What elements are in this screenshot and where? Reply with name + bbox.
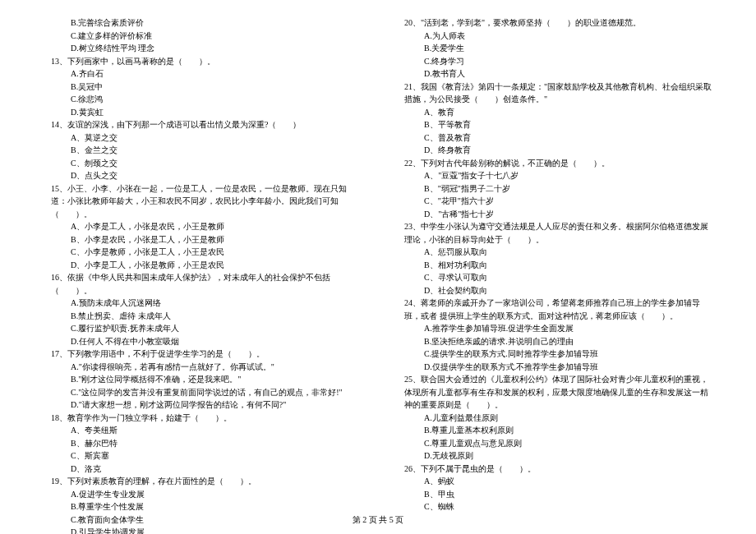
answer-option: B."刚才这位同学概括得不准确，还是我来吧。" bbox=[41, 373, 362, 386]
answer-option: D、终身教育 bbox=[394, 144, 715, 157]
page-footer: 第 2 页 共 5 页 bbox=[0, 514, 756, 526]
answer-option: C.徐悲鸿 bbox=[41, 93, 362, 106]
answer-option: B.吴冠中 bbox=[41, 81, 362, 94]
answer-option: B、金兰之交 bbox=[41, 144, 362, 157]
question-text: 18、教育学作为一门独立学科，始建于（ ）。 bbox=[41, 412, 362, 425]
answer-option: C、刎颈之交 bbox=[41, 157, 362, 170]
question-text: 13、下列画家中，以画马著称的是（ ）。 bbox=[41, 55, 362, 68]
answer-option: A.预防未成年人沉迷网络 bbox=[41, 297, 362, 310]
answer-option: B.完善综合素质评价 bbox=[41, 16, 362, 30]
answer-option: A.为人师表 bbox=[394, 30, 715, 43]
answer-option: D、"古稀"指七十岁 bbox=[394, 208, 715, 221]
answer-option: C."这位同学的发言并没有重复前面同学说过的话，有自己的观点，非常好!" bbox=[41, 386, 362, 399]
question-text: 16、依据《中华人民共和国未成年人保护法》，对未成年人的社会保护不包括（ ）。 bbox=[41, 271, 362, 297]
answer-option: D.仅提供学生的联系方式.不推荐学生参加辅导班 bbox=[394, 361, 715, 374]
answer-option: B、小李是农民，小张是工人，小王是教师 bbox=[41, 233, 362, 246]
answer-option: B.坚决拒绝亲戚的请求.并说明自己的理由 bbox=[394, 335, 715, 348]
question-text: 21、我国《教育法》第四十一条规定："国家鼓励学校及其他教育机构、社会组织采取措… bbox=[394, 81, 715, 106]
answer-option: B、赫尔巴特 bbox=[41, 437, 362, 450]
question-text: 24、蒋老师的亲戚开办了一家培训公司，希望蒋老师推荐自己班上的学生参加辅导班，或… bbox=[394, 297, 715, 322]
answer-option: D、点头之交 bbox=[41, 169, 362, 182]
answer-option: C、普及教育 bbox=[394, 131, 715, 145]
question-text: 20、"活到老，学到老"，要求教师坚持（ ）的职业道德规范。 bbox=[394, 16, 715, 30]
answer-option: D、社会契约取向 bbox=[394, 284, 715, 297]
question-text: 26、下列不属于昆虫的是（ ）。 bbox=[394, 463, 715, 476]
answer-option: D."请大家想一想，刚才这两位同学报告的结论，有何不同?" bbox=[41, 398, 362, 412]
answer-option: C、"花甲"指六十岁 bbox=[394, 195, 715, 208]
answer-option: C.履行监护职责.抚养未成年人 bbox=[41, 322, 362, 335]
answer-option: A、蚂蚁 bbox=[394, 475, 715, 488]
question-text: 22、下列对古代年龄别称的解说，不正确的是（ ）。 bbox=[394, 157, 715, 170]
answer-option: D.引导学生协调发展 bbox=[41, 526, 362, 534]
question-text: 25、联合国大会通过的《儿童权利公约》体现了国际社会对青少年儿童权利的重视，体现… bbox=[394, 373, 715, 412]
answer-option: A.推荐学生参加辅导班.促进学生全面发展 bbox=[394, 322, 715, 335]
answer-option: C、寻求认可取向 bbox=[394, 271, 715, 284]
answer-option: B.尊重儿童基本权利原则 bbox=[394, 424, 715, 437]
answer-option: B、甲虫 bbox=[394, 488, 715, 501]
answer-option: D、小李是工人，小张是教师，小王是农民 bbox=[41, 259, 362, 272]
answer-option: B.禁止拐卖、虐待 未成年人 bbox=[41, 310, 362, 323]
answer-option: A、夸美纽斯 bbox=[41, 424, 362, 437]
answer-option: D.任何人 不得在中小教室吸烟 bbox=[41, 335, 362, 348]
question-text: 17、下列教学用语中，不利于促进学生学习的是（ ）。 bbox=[41, 348, 362, 361]
answer-option: B、"弱冠"指男子二十岁 bbox=[394, 182, 715, 196]
answer-option: C.提供学生的联系方式.同时推荐学生参加辅导班 bbox=[394, 348, 715, 361]
right-column: 20、"活到老，学到老"，要求教师坚持（ ）的职业道德规范。A.为人师表B.关爱… bbox=[394, 16, 715, 501]
question-text: 19、下列对素质教育的理解，存在片面性的是（ ）。 bbox=[41, 475, 362, 488]
answer-option: A."你读得很响亮，若再有感情一点就好了。你再试试。" bbox=[41, 361, 362, 374]
answer-option: C.建立多样的评价标准 bbox=[41, 30, 362, 43]
answer-option: D.黄宾虹 bbox=[41, 106, 362, 119]
answer-option: C、蜘蛛 bbox=[394, 500, 715, 513]
answer-option: C.终身学习 bbox=[394, 55, 715, 68]
answer-option: B、平等教育 bbox=[394, 118, 715, 131]
question-text: 14、友谊的深浅，由下列那一个成语可以看出情义最为深重?（ ） bbox=[41, 118, 362, 131]
answer-option: A.促进学生专业发展 bbox=[41, 488, 362, 501]
answer-option: C、斯宾塞 bbox=[41, 449, 362, 463]
question-text: 15、小王、小李、小张在一起，一位是工人，一位是农民，一位是教师。现在只知道：小… bbox=[41, 182, 362, 221]
answer-option: B、相对功利取向 bbox=[394, 259, 715, 272]
answer-option: D.教书育人 bbox=[394, 67, 715, 81]
answer-option: A、小李是工人，小张是农民，小王是教师 bbox=[41, 220, 362, 233]
page-columns: B.完善综合素质评价C.建立多样的评价标准D.树立终结性平均 理念13、下列画家… bbox=[41, 16, 715, 501]
answer-option: B.关爱学生 bbox=[394, 42, 715, 55]
left-column: B.完善综合素质评价C.建立多样的评价标准D.树立终结性平均 理念13、下列画家… bbox=[41, 16, 362, 501]
answer-option: B.尊重学生个性发展 bbox=[41, 500, 362, 513]
question-text: 23、中学生小张认为遵守交通法规是人人应尽的责任和义务。根据阿尔伯格道德发展理论… bbox=[394, 220, 715, 246]
answer-option: D.无歧视原则 bbox=[394, 449, 715, 463]
answer-option: A.儿童利益最佳原则 bbox=[394, 412, 715, 425]
answer-option: A、莫逆之交 bbox=[41, 131, 362, 145]
answer-option: A、"豆蔻"指女子十七八岁 bbox=[394, 169, 715, 182]
answer-option: C.尊重儿童观点与意见原则 bbox=[394, 437, 715, 450]
answer-option: A、惩罚服从取向 bbox=[394, 246, 715, 259]
answer-option: D.树立终结性平均 理念 bbox=[41, 42, 362, 55]
answer-option: C、小李是教师，小张是工人，小王是农民 bbox=[41, 246, 362, 259]
answer-option: A、教育 bbox=[394, 106, 715, 119]
answer-option: D、洛克 bbox=[41, 463, 362, 476]
answer-option: A.齐白石 bbox=[41, 67, 362, 81]
